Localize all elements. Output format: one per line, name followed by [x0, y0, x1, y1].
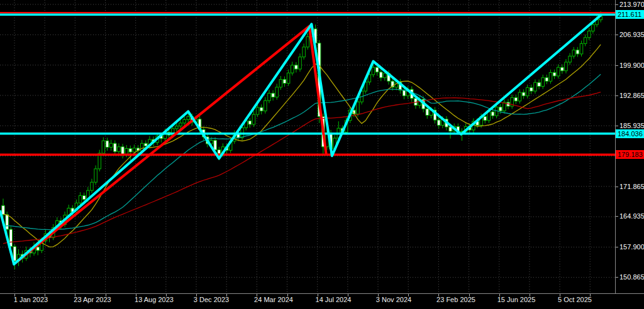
time-axis-date-label: 5 Oct 2025	[558, 296, 592, 304]
price-axis-label: 192.865	[619, 92, 644, 100]
price-axis-tick	[616, 4, 618, 5]
price-level-badge: 184.036	[616, 129, 644, 138]
price-axis-label: 157.900	[619, 242, 644, 251]
time-axis-date-label: 3 Nov 2024	[376, 296, 411, 304]
price-axis-label: 171.865	[619, 182, 644, 190]
price-axis-label: 150.865	[619, 273, 644, 281]
time-axis-date-label: 13 Aug 2023	[135, 296, 174, 304]
time-axis-date-label: 23 Apr 2023	[74, 296, 111, 304]
price-axis-tick	[616, 126, 618, 126]
price-axis-label: 206.935	[619, 31, 644, 39]
time-axis-date-label: 1 Jan 2023	[14, 296, 48, 304]
price-axis-tick	[616, 187, 618, 187]
price-axis-tick	[616, 277, 618, 278]
price-axis[interactable]: 213.970206.935199.900192.865185.935171.8…	[615, 0, 644, 293]
price-axis-tick	[616, 65, 618, 66]
time-axis-date-label: 3 Dec 2023	[194, 296, 229, 304]
time-axis-date-label: 23 Feb 2025	[436, 296, 475, 304]
time-axis-date-label: 14 Jul 2024	[316, 296, 352, 304]
time-axis-date-label: 15 Jun 2025	[497, 296, 536, 304]
candlestick-canvas[interactable]	[0, 0, 644, 309]
price-level-badge: 211.611	[616, 10, 644, 19]
price-level-badge: 179.183	[616, 150, 644, 159]
price-axis-tick	[616, 247, 618, 247]
price-axis-tick	[616, 216, 618, 217]
price-axis-label: 185.935	[619, 121, 644, 129]
price-axis-label: 164.935	[619, 212, 644, 220]
price-chart-panel[interactable]: 213.970206.935199.900192.865185.935171.8…	[0, 0, 644, 309]
price-axis-tick	[616, 95, 618, 96]
time-axis-date-label: 24 Mar 2024	[254, 296, 293, 304]
price-axis-label: 213.970	[619, 1, 644, 9]
price-axis-label: 199.900	[619, 61, 644, 69]
price-axis-tick	[616, 35, 618, 35]
